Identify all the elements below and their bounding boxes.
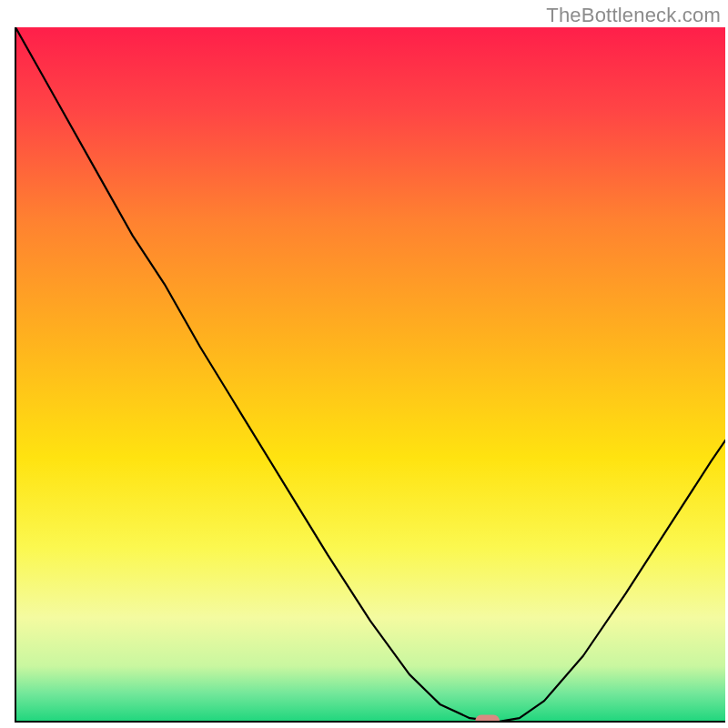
bottleneck-chart xyxy=(0,0,728,728)
watermark-label: TheBottleneck.com xyxy=(546,4,721,27)
gradient-background xyxy=(15,27,725,722)
chart-container: { "watermark": { "text": "TheBottleneck.… xyxy=(0,0,728,728)
